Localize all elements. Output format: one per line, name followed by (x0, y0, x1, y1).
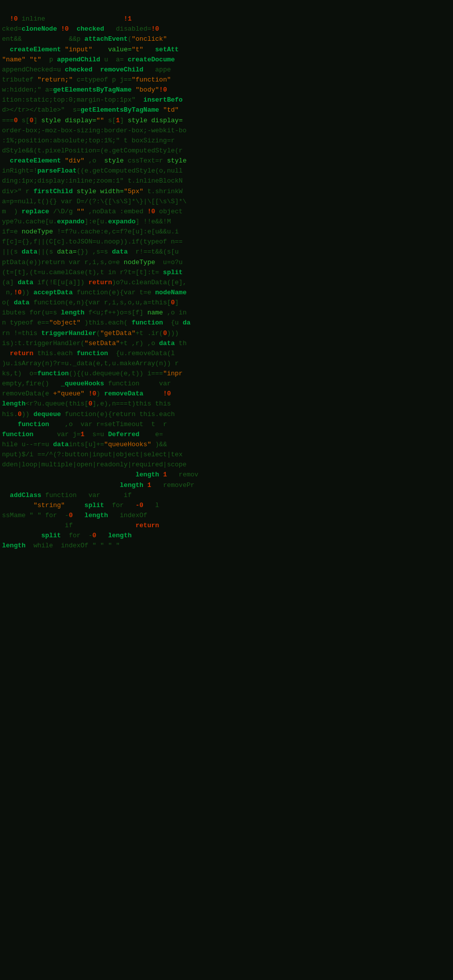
code-display: !0 inline !1 cked=cloneNode !0 checked d… (2, 4, 451, 551)
